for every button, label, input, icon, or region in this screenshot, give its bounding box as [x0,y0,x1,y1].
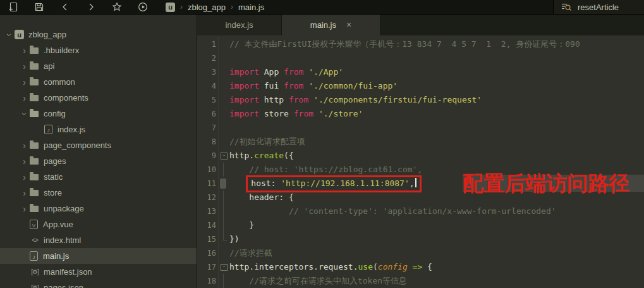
code-line-2[interactable]: 2 [197,51,644,65]
code-line-8[interactable]: 8//初始化请求配置项 [197,135,644,149]
chevron-collapsed-icon[interactable]: › [19,204,30,214]
breadcrumb-file[interactable]: main.js [238,3,264,12]
sidebar-item-label: index.js [58,125,85,134]
sidebar-item-App.vue[interactable]: VApp.vue [0,216,197,232]
chevron-collapsed-icon[interactable]: › [19,93,30,103]
fold-gutter [219,191,229,204]
code-token: http.interceptors.request. [229,262,358,272]
breadcrumb-separator-icon: › [180,3,183,11]
new-file-icon [8,2,18,12]
code-line-1[interactable]: 1// 本文件由FirstUI授权予米耀华（手机号：13 834 7 4 5 7… [197,37,644,51]
code-editor[interactable]: 1// 本文件由FirstUI授权予米耀华（手机号：13 834 7 4 5 7… [197,35,644,288]
navigate-back-button[interactable] [52,2,78,12]
code-line-12[interactable]: 12 header: { [197,191,644,204]
code-token [308,95,313,104]
fold-scope-line [223,204,224,218]
chevron-collapsed-icon[interactable]: › [19,61,30,72]
sidebar-item-index.js[interactable]: Jindex.js [0,122,197,137]
run-button[interactable] [130,2,155,12]
favorite-button[interactable] [104,2,130,12]
sidebar-item-api[interactable]: ›api [0,58,197,74]
code-text: // 本文件由FirstUI授权予米耀华（手机号：13 834 7 4 5 7 … [229,37,580,51]
code-line-7[interactable]: 7 [197,121,644,135]
sidebar-item-label: pages.json [44,283,83,288]
code-token: create [254,151,284,160]
sidebar-item-unpackage[interactable]: ›unpackage [0,201,197,216]
code-line-3[interactable]: 3import App from './App' [197,65,644,79]
sidebar-item-manifest.json[interactable]: [⚙]manifest.json [0,264,197,280]
code-line-4[interactable]: 4import fui from './common/fui-app' [197,79,644,93]
breadcrumb-project[interactable]: zblog_app [188,3,226,12]
code-token: from [284,67,303,77]
sidebar-item-common[interactable]: ›common [0,74,197,90]
chevron-collapsed-icon[interactable]: › [19,156,30,166]
code-token: App [259,67,284,77]
code-line-18[interactable]: 18 //请求之前可在请求头中加入token等信息 [197,274,644,288]
code-line-11[interactable]: 11 host: 'http://192.168.1.11:8087',配置后端… [197,177,644,191]
sidebar-item-pages[interactable]: ›pages [0,153,197,169]
sidebar-item-main.js[interactable]: Jmain.js [0,248,197,264]
sidebar-item-page_components[interactable]: ›page_components [0,137,197,153]
js-file-icon: J [30,251,38,261]
code-line-6[interactable]: 6import store from './store' [197,107,644,121]
fold-gutter [219,79,229,93]
sidebar-item-components[interactable]: ›components [0,90,197,106]
sidebar-item-index.html[interactable]: <>index.html [0,232,197,248]
tab-index.js[interactable]: index.js [197,14,282,35]
code-token: http. [229,151,254,160]
code-text: } [229,218,254,232]
sidebar-item-.hbuilderx[interactable]: ›.hbuilderx [0,42,197,58]
chevron-collapsed-icon[interactable]: › [19,141,30,151]
chevron-collapsed-icon[interactable]: › [19,77,30,87]
chevron-collapsed-icon[interactable]: › [19,46,30,56]
code-line-9[interactable]: 9-http.create({ [197,149,644,163]
sidebar-item-pages.json[interactable]: [⚙]pages.json [0,280,197,288]
run-icon [138,2,148,12]
fold-scope-end [223,232,228,241]
code-text: //请求拦截 [229,246,272,260]
project-explorer: ›uzblog_app›.hbuilderx›api›common›compon… [0,14,197,288]
code-line-13[interactable]: 13 // 'content-type': 'application/x-www… [197,204,644,218]
code-token: => [413,262,423,272]
code-line-17[interactable]: 17-http.interceptors.request.use(config … [197,260,644,274]
code-token: } [229,220,254,230]
line-number: 15 [197,232,219,246]
hbuilderx-window: u › zblog_app › main.js resetArticle ›uz… [0,0,644,288]
code-token: }) [229,234,240,244]
toolbar-search[interactable]: resetArticle [553,0,644,14]
code-token: //请求之前可在请求头中加入token等信息 [229,276,407,285]
tab-main.js[interactable]: main.js× [282,14,380,35]
fold-gutter [219,218,229,232]
code-line-16[interactable]: 16//请求拦截 [197,246,644,260]
chevron-expanded-icon[interactable]: › [20,108,30,119]
sidebar-item-config[interactable]: ›config [0,106,197,122]
sidebar-item-store[interactable]: ›store [0,185,197,201]
folder-icon [30,63,39,70]
code-text: }) [229,232,240,246]
chevron-collapsed-icon[interactable]: › [19,188,30,198]
chevron-expanded-icon[interactable]: › [4,29,15,40]
code-line-14[interactable]: 14 } [197,218,644,232]
navigate-forward-button[interactable] [78,2,104,12]
line-number: 6 [197,107,219,121]
code-token: //请求拦截 [229,248,272,258]
code-text: import fui from './common/fui-app' [229,79,398,93]
fold-gutter [219,107,229,121]
chevron-collapsed-icon[interactable]: › [19,172,30,182]
sidebar-item-label: index.html [44,235,81,245]
sidebar-item-label: api [44,61,54,71]
js-file-icon: J [44,125,52,134]
sidebar-item-label: store [44,188,62,197]
sidebar-item-zblog_app[interactable]: ›uzblog_app [0,27,197,42]
code-line-5[interactable]: 5import http from './components/firstui/… [197,93,644,107]
new-file-button[interactable] [0,2,26,12]
fold-toggle-icon[interactable]: - [221,153,228,160]
code-line-15[interactable]: 15}) [197,232,644,246]
line-number: 16 [197,246,219,260]
save-button[interactable] [26,2,52,12]
code-token: // host: 'https://zblog.cat61.com', [229,165,422,174]
close-icon[interactable]: × [346,20,351,30]
fold-toggle-icon[interactable]: - [221,264,228,271]
sidebar-item-static[interactable]: ›static [0,169,197,185]
fold-gutter [219,177,229,191]
